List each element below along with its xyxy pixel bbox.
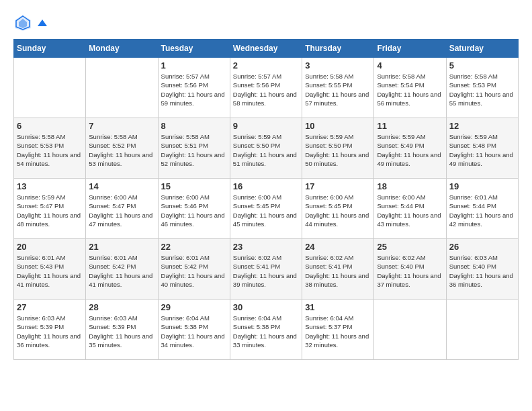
day-info: Sunrise: 6:00 AM Sunset: 5:45 PM Dayligh… <box>305 193 371 228</box>
day-number: 7 <box>89 121 154 131</box>
day-info: Sunrise: 6:01 AM Sunset: 5:43 PM Dayligh… <box>17 253 83 289</box>
day-number: 25 <box>377 242 443 252</box>
day-number: 3 <box>305 60 371 71</box>
day-info: Sunrise: 5:58 AM Sunset: 5:55 PM Dayligh… <box>305 72 371 107</box>
day-info: Sunrise: 6:00 AM Sunset: 5:44 PM Dayligh… <box>377 193 443 228</box>
week-row-1: 1Sunrise: 5:57 AM Sunset: 5:56 PM Daylig… <box>14 58 519 118</box>
day-info: Sunrise: 5:59 AM Sunset: 5:49 PM Dayligh… <box>377 132 443 168</box>
logo-icon <box>13 13 32 32</box>
day-number: 2 <box>233 60 299 71</box>
day-number: 13 <box>17 181 83 191</box>
day-info: Sunrise: 5:58 AM Sunset: 5:53 PM Dayligh… <box>17 132 83 168</box>
day-cell: 15Sunrise: 6:00 AM Sunset: 5:46 PM Dayli… <box>158 179 230 239</box>
day-number: 14 <box>89 181 154 191</box>
day-cell: 25Sunrise: 6:02 AM Sunset: 5:40 PM Dayli… <box>374 239 446 300</box>
day-cell: 19Sunrise: 6:01 AM Sunset: 5:44 PM Dayli… <box>446 179 518 239</box>
calendar-body: 1Sunrise: 5:57 AM Sunset: 5:56 PM Daylig… <box>14 58 519 360</box>
day-info: Sunrise: 6:01 AM Sunset: 5:44 PM Dayligh… <box>449 193 515 228</box>
day-info: Sunrise: 6:03 AM Sunset: 5:39 PM Dayligh… <box>89 314 154 349</box>
day-number: 4 <box>377 60 443 71</box>
day-info: Sunrise: 6:01 AM Sunset: 5:42 PM Dayligh… <box>161 253 227 289</box>
day-number: 1 <box>161 60 227 71</box>
day-number: 27 <box>17 302 83 312</box>
day-number: 30 <box>233 302 299 312</box>
weekday-row: SundayMondayTuesdayWednesdayThursdayFrid… <box>14 40 519 58</box>
day-cell: 24Sunrise: 6:02 AM Sunset: 5:41 PM Dayli… <box>302 239 374 300</box>
day-number: 20 <box>17 242 83 252</box>
weekday-header-saturday: Saturday <box>446 40 518 58</box>
day-number: 24 <box>305 242 371 252</box>
day-cell: 31Sunrise: 6:04 AM Sunset: 5:37 PM Dayli… <box>302 300 374 360</box>
day-cell: 18Sunrise: 6:00 AM Sunset: 5:44 PM Dayli… <box>374 179 446 239</box>
day-info: Sunrise: 5:59 AM Sunset: 5:50 PM Dayligh… <box>305 132 371 168</box>
day-cell: 16Sunrise: 6:00 AM Sunset: 5:45 PM Dayli… <box>230 179 302 239</box>
svg-marker-3 <box>38 19 47 26</box>
day-cell: 8Sunrise: 5:58 AM Sunset: 5:51 PM Daylig… <box>158 118 230 179</box>
day-cell: 11Sunrise: 5:59 AM Sunset: 5:49 PM Dayli… <box>374 118 446 179</box>
day-info: Sunrise: 5:58 AM Sunset: 5:52 PM Dayligh… <box>89 132 154 168</box>
day-cell: 13Sunrise: 5:59 AM Sunset: 5:47 PM Dayli… <box>14 179 86 239</box>
day-cell: 7Sunrise: 5:58 AM Sunset: 5:52 PM Daylig… <box>86 118 158 179</box>
day-cell: 14Sunrise: 6:00 AM Sunset: 5:47 PM Dayli… <box>86 179 158 239</box>
day-number: 11 <box>377 121 443 131</box>
logo-text <box>35 17 48 29</box>
calendar-table: SundayMondayTuesdayWednesdayThursdayFrid… <box>13 39 519 360</box>
day-cell: 29Sunrise: 6:04 AM Sunset: 5:38 PM Dayli… <box>158 300 230 360</box>
day-info: Sunrise: 5:58 AM Sunset: 5:54 PM Dayligh… <box>377 72 443 107</box>
day-info: Sunrise: 6:00 AM Sunset: 5:46 PM Dayligh… <box>161 193 227 228</box>
day-number: 16 <box>233 181 299 191</box>
day-number: 28 <box>89 302 154 312</box>
day-info: Sunrise: 5:57 AM Sunset: 5:56 PM Dayligh… <box>161 72 227 107</box>
logo <box>13 13 48 32</box>
day-info: Sunrise: 6:03 AM Sunset: 5:40 PM Dayligh… <box>449 253 515 289</box>
day-number: 23 <box>233 242 299 252</box>
day-info: Sunrise: 6:01 AM Sunset: 5:42 PM Dayligh… <box>89 253 154 289</box>
day-info: Sunrise: 5:59 AM Sunset: 5:50 PM Dayligh… <box>233 132 299 168</box>
week-row-2: 6Sunrise: 5:58 AM Sunset: 5:53 PM Daylig… <box>14 118 519 179</box>
day-cell: 30Sunrise: 6:04 AM Sunset: 5:38 PM Dayli… <box>230 300 302 360</box>
day-number: 21 <box>89 242 154 252</box>
day-number: 6 <box>17 121 83 131</box>
week-row-5: 27Sunrise: 6:03 AM Sunset: 5:39 PM Dayli… <box>14 300 519 360</box>
day-cell: 26Sunrise: 6:03 AM Sunset: 5:40 PM Dayli… <box>446 239 518 300</box>
day-info: Sunrise: 6:04 AM Sunset: 5:38 PM Dayligh… <box>161 314 227 349</box>
weekday-header-sunday: Sunday <box>14 40 86 58</box>
day-cell: 5Sunrise: 5:58 AM Sunset: 5:53 PM Daylig… <box>446 58 518 118</box>
day-cell: 17Sunrise: 6:00 AM Sunset: 5:45 PM Dayli… <box>302 179 374 239</box>
day-info: Sunrise: 6:00 AM Sunset: 5:47 PM Dayligh… <box>89 193 154 228</box>
weekday-header-wednesday: Wednesday <box>230 40 302 58</box>
weekday-header-tuesday: Tuesday <box>158 40 230 58</box>
weekday-header-thursday: Thursday <box>302 40 374 58</box>
day-cell: 2Sunrise: 5:57 AM Sunset: 5:56 PM Daylig… <box>230 58 302 118</box>
calendar-header: SundayMondayTuesdayWednesdayThursdayFrid… <box>14 40 519 58</box>
day-number: 22 <box>161 242 227 252</box>
day-cell: 23Sunrise: 6:02 AM Sunset: 5:41 PM Dayli… <box>230 239 302 300</box>
day-info: Sunrise: 5:59 AM Sunset: 5:48 PM Dayligh… <box>449 132 515 168</box>
day-number: 26 <box>449 242 515 252</box>
day-info: Sunrise: 6:00 AM Sunset: 5:45 PM Dayligh… <box>233 193 299 228</box>
day-cell: 28Sunrise: 6:03 AM Sunset: 5:39 PM Dayli… <box>86 300 158 360</box>
day-cell: 21Sunrise: 6:01 AM Sunset: 5:42 PM Dayli… <box>86 239 158 300</box>
day-cell: 20Sunrise: 6:01 AM Sunset: 5:43 PM Dayli… <box>14 239 86 300</box>
day-info: Sunrise: 5:58 AM Sunset: 5:53 PM Dayligh… <box>449 72 515 107</box>
weekday-header-friday: Friday <box>374 40 446 58</box>
day-cell: 6Sunrise: 5:58 AM Sunset: 5:53 PM Daylig… <box>14 118 86 179</box>
day-cell: 22Sunrise: 6:01 AM Sunset: 5:42 PM Dayli… <box>158 239 230 300</box>
day-cell: 1Sunrise: 5:57 AM Sunset: 5:56 PM Daylig… <box>158 58 230 118</box>
day-cell: 3Sunrise: 5:58 AM Sunset: 5:55 PM Daylig… <box>302 58 374 118</box>
day-cell <box>446 300 518 360</box>
day-number: 5 <box>449 60 515 71</box>
day-info: Sunrise: 6:04 AM Sunset: 5:37 PM Dayligh… <box>305 314 371 349</box>
day-number: 18 <box>377 181 443 191</box>
day-info: Sunrise: 6:03 AM Sunset: 5:39 PM Dayligh… <box>17 314 83 349</box>
day-cell <box>374 300 446 360</box>
day-number: 15 <box>161 181 227 191</box>
day-cell: 10Sunrise: 5:59 AM Sunset: 5:50 PM Dayli… <box>302 118 374 179</box>
day-info: Sunrise: 6:02 AM Sunset: 5:41 PM Dayligh… <box>305 253 371 289</box>
day-number: 10 <box>305 121 371 131</box>
day-number: 17 <box>305 181 371 191</box>
day-number: 29 <box>161 302 227 312</box>
day-info: Sunrise: 6:02 AM Sunset: 5:40 PM Dayligh… <box>377 253 443 289</box>
day-number: 31 <box>305 302 371 312</box>
day-info: Sunrise: 5:58 AM Sunset: 5:51 PM Dayligh… <box>161 132 227 168</box>
